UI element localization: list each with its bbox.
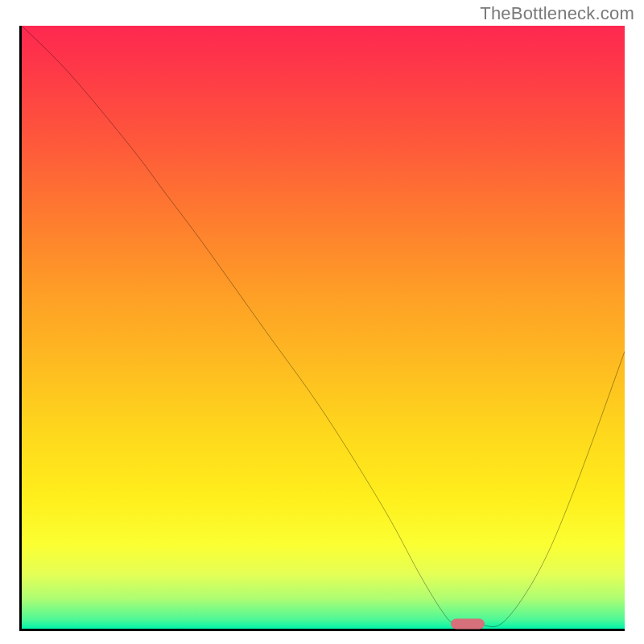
attribution-label: TheBottleneck.com — [480, 3, 634, 24]
curve-path — [22, 26, 625, 627]
optimal-point-marker — [451, 619, 485, 630]
bottleneck-curve — [22, 26, 625, 629]
plot-area — [19, 26, 625, 631]
